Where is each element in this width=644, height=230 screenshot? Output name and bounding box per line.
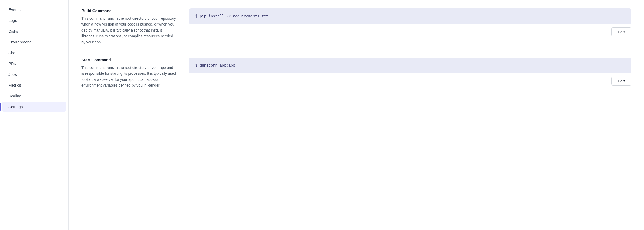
sidebar-item-jobs[interactable]: Jobs xyxy=(2,69,66,79)
main-content: Build CommandThis command runs in the ro… xyxy=(69,0,644,230)
section-description-build-command: Build CommandThis command runs in the ro… xyxy=(81,8,176,45)
section-start-command: Start CommandThis command runs in the ro… xyxy=(81,58,631,88)
command-display-start-command: $ gunicorn app:app xyxy=(189,58,631,73)
sidebar-item-environment[interactable]: Environment xyxy=(2,37,66,47)
command-display-build-command: $ pip install -r requirements.txt xyxy=(189,8,631,24)
sidebar-item-prs[interactable]: PRs xyxy=(2,59,66,68)
sidebar-item-logs[interactable]: Logs xyxy=(2,16,66,25)
sidebar-item-events[interactable]: Events xyxy=(2,5,66,14)
sidebar-item-scaling[interactable]: Scaling xyxy=(2,91,66,101)
sidebar-item-metrics[interactable]: Metrics xyxy=(2,80,66,90)
edit-button-start-command[interactable]: Edit xyxy=(611,77,631,86)
section-body-start-command: This command runs in the root directory … xyxy=(81,65,176,88)
sidebar-item-disks[interactable]: Disks xyxy=(2,26,66,36)
edit-button-build-command[interactable]: Edit xyxy=(611,27,631,36)
section-body-build-command: This command runs in the root directory … xyxy=(81,16,176,45)
sidebar-item-shell[interactable]: Shell xyxy=(2,48,66,58)
sidebar: EventsLogsDisksEnvironmentShellPRsJobsMe… xyxy=(0,0,69,230)
section-controls-build-command: $ pip install -r requirements.txtEdit xyxy=(189,8,631,36)
section-build-command: Build CommandThis command runs in the ro… xyxy=(81,8,631,45)
section-title-start-command: Start Command xyxy=(81,58,176,62)
section-description-start-command: Start CommandThis command runs in the ro… xyxy=(81,58,176,88)
section-controls-start-command: $ gunicorn app:appEdit xyxy=(189,58,631,86)
section-title-build-command: Build Command xyxy=(81,8,176,13)
sidebar-item-settings[interactable]: Settings xyxy=(2,102,66,112)
